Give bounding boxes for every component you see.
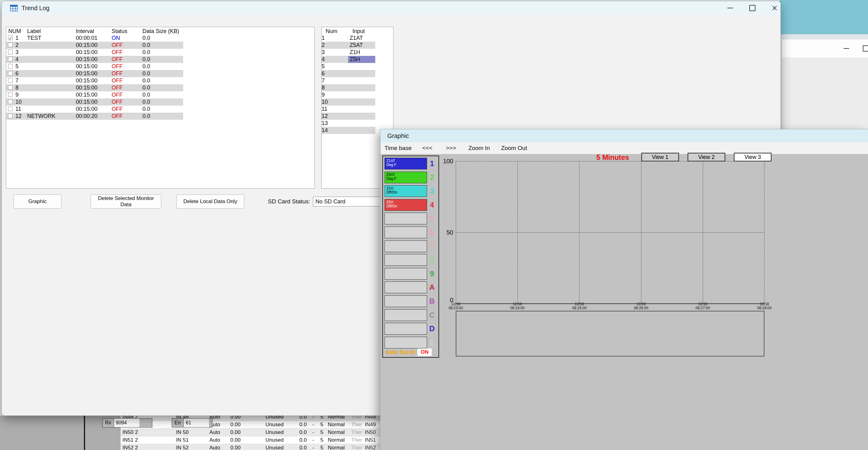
cell-input[interactable]: Z5AT (348, 42, 375, 49)
trend-log-row[interactable]: 6 00:15:00 OFF 0.0 (6, 70, 314, 77)
input-row[interactable]: 7 (321, 77, 393, 84)
io-table-row[interactable]: IN48 2 IN 48 Auto 0.00 Unused 0.0 - 5 No… (121, 416, 381, 421)
channel-button[interactable] (384, 227, 427, 238)
channel-button[interactable] (384, 254, 427, 266)
minimize-button[interactable] (839, 39, 854, 57)
trend-log-titlebar[interactable]: Trend Log (2, 1, 780, 15)
io-table-row[interactable]: IN49 2 IN 49 Auto 0.00 Unused 0.0 - 5 No… (121, 421, 381, 429)
channel-button[interactable]: Z5AT Deg F (384, 172, 427, 183)
channel-id-label: C (427, 309, 437, 321)
trend-log-row[interactable]: 12 NETWORK 00:00:20 OFF 0.0 (6, 113, 314, 120)
input-row[interactable]: 10 (321, 99, 393, 106)
time-base-menu[interactable]: Time base (384, 142, 412, 154)
minimize-button[interactable] (723, 1, 737, 15)
row-checkbox[interactable] (8, 35, 13, 40)
row-checkbox[interactable] (8, 100, 13, 104)
maximize-button[interactable] (858, 39, 868, 57)
auto-scroll-toggle[interactable]: ON (417, 348, 432, 356)
row-checkbox[interactable] (8, 64, 13, 68)
delete-local-data-only-button[interactable]: Delete Local Data Only (176, 194, 244, 209)
cell-input[interactable] (348, 113, 375, 120)
x-tick-label: 12/18 08:24:00 (499, 302, 536, 310)
cell-input[interactable]: Z1AT (348, 34, 375, 42)
cell-num: 2 (321, 42, 325, 48)
channel-row: E (384, 337, 438, 348)
input-row[interactable]: 6 (321, 70, 393, 77)
io-table-row[interactable]: IN50 2 IN 50 Auto 0.00 Unused 0.0 - 5 No… (121, 429, 381, 437)
zoom-in-button[interactable]: Zoom In (468, 142, 490, 154)
channel-button[interactable] (384, 323, 427, 335)
graphic-titlebar[interactable]: Graphic (380, 129, 868, 142)
x-tick-time: 08:27:00 (684, 306, 721, 310)
cell-input[interactable] (348, 77, 375, 84)
input-row[interactable]: 11 (321, 106, 393, 113)
channel-button[interactable] (384, 241, 427, 252)
view-button[interactable]: View 2 (688, 153, 725, 162)
trend-log-row[interactable]: 11 00:15:00 OFF 0.0 (6, 106, 314, 113)
trend-log-row[interactable]: 4 00:15:00 OFF 0.0 (6, 56, 314, 63)
channel-button[interactable] (384, 281, 427, 293)
cell-input[interactable] (348, 127, 375, 134)
row-checkbox[interactable] (8, 71, 13, 76)
row-checkbox[interactable] (8, 92, 13, 97)
trend-log-row[interactable]: 10 00:15:00 OFF 0.0 (6, 99, 314, 106)
io-cell-type: Ther (351, 416, 362, 421)
scroll-back-button[interactable]: <<< (422, 142, 432, 154)
channel-button[interactable] (384, 309, 427, 321)
input-value: Z5H (350, 56, 360, 62)
io-cell-id: IN51 2 (122, 437, 138, 444)
cell-input[interactable] (348, 106, 375, 113)
trend-log-row[interactable]: 9 00:15:00 OFF 0.0 (6, 91, 314, 99)
io-cell-mode: Auto (209, 437, 220, 444)
graphic-button[interactable]: Graphic (13, 194, 61, 209)
trend-log-row[interactable]: 3 00:15:00 OFF 0.0 (6, 49, 314, 56)
input-row[interactable]: 13 (321, 120, 393, 127)
trend-log-row[interactable]: 7 00:15:00 OFF 0.0 (6, 77, 314, 84)
channel-button[interactable]: Z1H Off/On (384, 185, 427, 197)
trend-log-row[interactable]: 5 00:15:00 OFF 0.0 (6, 63, 314, 70)
input-value: Z1AT (350, 35, 363, 41)
channel-button[interactable]: Z5H Off/On (384, 199, 427, 211)
trend-log-row[interactable]: 2 00:15:00 OFF 0.0 (6, 42, 314, 49)
maximize-button[interactable] (746, 1, 759, 15)
row-checkbox[interactable] (8, 114, 13, 118)
trend-log-row[interactable]: 8 00:15:00 OFF 0.0 (6, 84, 314, 91)
channel-button[interactable] (384, 337, 427, 348)
channel-button[interactable]: Z1AT Deg F (384, 158, 427, 169)
channel-button[interactable] (384, 268, 427, 280)
input-row[interactable]: 9 (321, 91, 393, 99)
row-checkbox[interactable] (8, 107, 13, 111)
cell-input[interactable] (348, 63, 375, 70)
input-row[interactable]: 8 (321, 84, 393, 91)
row-checkbox[interactable] (8, 43, 13, 47)
cell-input[interactable] (348, 99, 375, 106)
cell-input[interactable]: Z5H (348, 56, 375, 63)
delete-selected-monitor-data-button[interactable]: Delete Selected Monitor Data (91, 194, 161, 209)
background-window-titlebar[interactable] (782, 39, 868, 57)
row-checkbox[interactable] (8, 50, 13, 54)
input-row[interactable]: 2 Z5AT (321, 42, 393, 49)
channel-button[interactable] (384, 296, 427, 307)
row-checkbox[interactable] (8, 57, 13, 61)
zoom-out-button[interactable]: Zoom Out (501, 142, 527, 154)
row-checkbox[interactable] (8, 78, 13, 83)
trend-log-row[interactable]: 1 TEST 00:00:01 ON 0.0 (6, 34, 314, 42)
view-button[interactable]: View 3 (734, 153, 772, 162)
cell-input[interactable] (348, 91, 375, 99)
input-row[interactable]: 3 Z1H (321, 49, 393, 56)
input-row[interactable]: 4 Z5H (321, 56, 393, 63)
view-button[interactable]: View 1 (641, 153, 679, 162)
input-row[interactable]: 1 Z1AT (321, 34, 393, 42)
cell-input[interactable] (348, 120, 375, 127)
channel-button[interactable] (384, 213, 427, 224)
cell-input[interactable]: Z1H (348, 49, 375, 56)
cell-input[interactable] (348, 84, 375, 91)
row-checkbox[interactable] (8, 85, 13, 90)
scroll-forward-button[interactable]: >>> (446, 142, 456, 154)
close-button[interactable] (768, 1, 781, 15)
cell-input[interactable] (348, 70, 375, 77)
io-table-row[interactable]: IN52 2 IN 52 Auto 0.00 Unused 0.0 - 5 No… (121, 444, 381, 450)
input-row[interactable]: 5 (321, 63, 393, 70)
io-table-row[interactable]: IN51 2 IN 51 Auto 0.00 Unused 0.0 - 5 No… (121, 437, 381, 444)
input-row[interactable]: 12 (321, 113, 393, 120)
